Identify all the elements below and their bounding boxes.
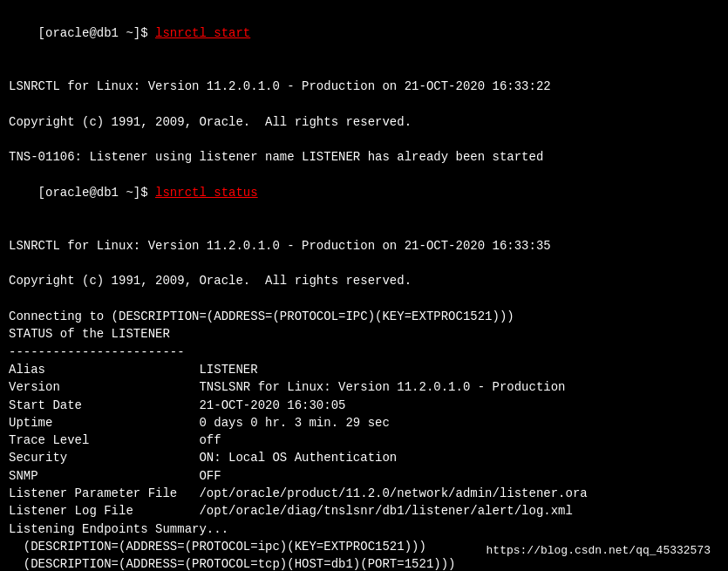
blog-link: https://blog.csdn.net/qq_45332573 — [486, 544, 711, 557]
line-dashes: ------------------------ — [9, 343, 719, 361]
line-copyright-1: Copyright (c) 1991, 2009, Oracle. All ri… — [9, 113, 719, 131]
line-connecting: Connecting to (DESCRIPTION=(ADDRESS=(PRO… — [9, 308, 719, 325]
line-trace-level: Trace Level off — [9, 432, 719, 449]
line-security: Security ON: Local OS Authentication — [9, 449, 719, 466]
line-uptime: Uptime 0 days 0 hr. 3 min. 29 sec — [9, 414, 719, 432]
line-status-header: STATUS of the LISTENER — [9, 325, 719, 343]
line-endpoints-summary: Listening Endpoints Summary... — [9, 520, 719, 538]
line-2: [oracle@db1 ~]$ lsnrctl status — [9, 167, 719, 220]
line-tns-error: TNS-01106: Listener using listener name … — [9, 148, 719, 166]
line-blank-6 — [9, 290, 719, 308]
line-version: Version TNSLSNR for Linux: Version 11.2.… — [9, 378, 719, 396]
line-blank-2 — [9, 95, 719, 112]
line-1: [oracle@db1 ~]$ lsnrctl start — [9, 7, 719, 60]
line-alias: Alias LISTENER — [9, 361, 719, 378]
terminal: [oracle@db1 ~]$ lsnrctl start LSNRCTL fo… — [9, 7, 719, 564]
line-blank-1 — [9, 60, 719, 78]
line-blank-4 — [9, 220, 719, 237]
prompt-2: [oracle@db1 ~]$ — [38, 186, 155, 200]
line-param-file: Listener Parameter File /opt/oracle/prod… — [9, 485, 719, 502]
line-blank-5 — [9, 255, 719, 272]
line-blank-3 — [9, 131, 719, 148]
cmd-1: lsnrctl start — [155, 26, 250, 40]
line-endpoint-tcp: (DESCRIPTION=(ADDRESS=(PROTOCOL=tcp)(HOS… — [9, 555, 719, 571]
line-lsnrctl-2: LSNRCTL for Linux: Version 11.2.0.1.0 - … — [9, 237, 719, 255]
line-log-file: Listener Log File /opt/oracle/diag/tnsls… — [9, 502, 719, 520]
line-start-date: Start Date 21-OCT-2020 16:30:05 — [9, 397, 719, 414]
line-snmp: SNMP OFF — [9, 467, 719, 485]
prompt-1: [oracle@db1 ~]$ — [38, 26, 155, 40]
line-lsnrctl-1: LSNRCTL for Linux: Version 11.2.0.1.0 - … — [9, 78, 719, 95]
line-copyright-2: Copyright (c) 1991, 2009, Oracle. All ri… — [9, 272, 719, 289]
cmd-2: lsnrctl status — [155, 186, 258, 200]
